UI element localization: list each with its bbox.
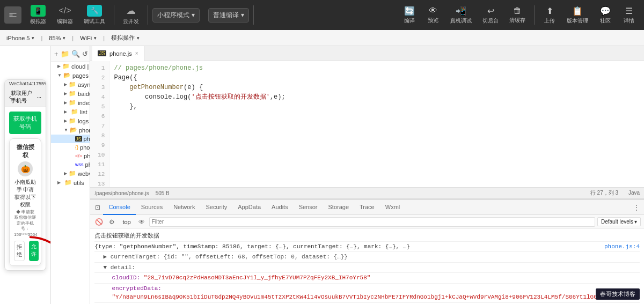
simulator-btn[interactable]: 📱 模拟器 — [26, 3, 50, 27]
tab-storage[interactable]: Storage — [323, 200, 355, 215]
bar-sep-2: | — [72, 35, 74, 41]
js-file-icon: JS — [75, 136, 82, 142]
clear-btn[interactable]: 🗑 清缓存 — [505, 4, 530, 26]
tree-item-cloud[interactable]: ▶ 📁 cloud | test — [51, 62, 90, 71]
tree-item-phone-js[interactable]: ▶ JS phone.js — [51, 135, 90, 143]
devtools-toggle-btn[interactable]: ⊡ — [92, 202, 103, 213]
tree-item-async[interactable]: ▶ 📁 async — [51, 80, 90, 89]
device-selector[interactable]: iPhone 5 ▾ — [4, 35, 36, 41]
console-settings-btn[interactable]: ⚙ — [106, 217, 117, 227]
async-arrow-icon: ▶ — [64, 82, 67, 87]
tree-item-list[interactable]: ▶ 📁 list — [51, 107, 90, 116]
tab-js-icon: JS — [98, 50, 106, 56]
folder-open-icon-2: 📂 — [70, 127, 77, 134]
clear-console-btn[interactable]: 🚫 — [93, 217, 104, 227]
tree-item-phone-wxml[interactable]: ▶ </> phone.wxml — [51, 152, 90, 160]
detail-icon: ☰ — [625, 6, 633, 16]
community-btn[interactable]: 💬 社区 — [595, 4, 616, 27]
bar-sep-1: | — [41, 35, 42, 41]
compile-icon: 🔄 — [404, 6, 415, 16]
code-editor[interactable]: // pages/phone/phone.js Page({ getPhoneN… — [109, 61, 644, 187]
tab-security[interactable]: Security — [201, 200, 233, 215]
tree-item-utils[interactable]: ▶ 📁 utils — [51, 178, 90, 187]
tree-item-phone[interactable]: ▼ 📂 phone — [51, 125, 90, 135]
preview-btn[interactable]: 👁 预览 — [422, 4, 444, 26]
avatar: 🎃 — [18, 161, 33, 176]
status-wechat: WeChat — [9, 81, 26, 86]
editor-btn[interactable]: </> 编辑器 — [53, 3, 77, 27]
tree-item-phone-json[interactable]: ▶ {} phone.json — [51, 143, 90, 152]
folder-icon-7: 📁 — [69, 170, 76, 177]
console-line-6: encryptedData: "Y/n8aFUn9Ln6sIBaq9OK51bI… — [94, 284, 640, 303]
tab-trace[interactable]: Trace — [354, 200, 380, 215]
line-numbers: 1 2 3 4 5 6 7 8 9 10 11 12 13 14 15 16 — [90, 61, 109, 187]
right-panel: JS phone.js × 1 2 3 4 5 6 7 8 9 10 11 12… — [90, 46, 644, 304]
tree-item-baiduapi[interactable]: ▶ 📁 baiduApi — [51, 89, 90, 98]
new-file-btn[interactable]: + — [54, 48, 58, 59]
phone-body: 获取手机号码 微信授权 🎃 小南瓜助手 申请获得以下权限 ◆ 申请获取您微信绑定… — [5, 107, 46, 270]
console-line-3: ▶ currentTarget: {id: "", offsetLeft: 68… — [94, 252, 640, 263]
tree-item-phone-wxss[interactable]: ▶ wss phone.wxss — [51, 160, 90, 169]
tab-network[interactable]: Network — [168, 200, 200, 215]
filter-input[interactable] — [149, 217, 595, 227]
tab-close-btn[interactable]: × — [135, 50, 138, 56]
tab-audits[interactable]: Audits — [266, 200, 294, 215]
new-folder-btn[interactable]: 📁 — [61, 48, 69, 59]
allow-button[interactable]: 允许 — [29, 241, 39, 261]
devtools-toolbar: 🚫 ⚙ top 👁 Default levels ▾ — [90, 215, 644, 229]
second-bar: iPhone 5 ▾ | 85% ▾ | WiFi ▾ | 模拟操作 ▾ — [0, 30, 644, 46]
get-phone-button[interactable]: 获取手机号码 — [9, 112, 41, 134]
bar-sep-3: | — [103, 35, 105, 41]
language-mode: Java — [628, 190, 640, 196]
file-path: /pages/phone/phone.js — [94, 190, 149, 196]
wxss-file-icon: wss — [75, 162, 84, 167]
folder-open-icon: 📂 — [63, 72, 71, 79]
tree-item-index[interactable]: ▶ 📁 index — [51, 98, 90, 107]
eye-btn[interactable]: 👁 — [136, 217, 147, 227]
devtools-btn[interactable]: 🔧 调试工具 — [79, 3, 109, 27]
devtools-more-btn[interactable]: ⋮ — [631, 202, 642, 213]
simulator-panel: WeChat 14:17 55% ‹ 获取用户手机号 ··· 获取手机号码 微信… — [0, 46, 51, 304]
index-arrow-icon: ▶ — [64, 100, 67, 105]
folder-icon-3: 📁 — [69, 90, 76, 97]
source-link[interactable]: phone.js:4 — [604, 242, 640, 251]
real-debug-btn[interactable]: 📲 真机调试 — [446, 4, 476, 27]
compile-dropdown[interactable]: 普通编译 ▾ — [208, 8, 249, 23]
tab-console[interactable]: Console — [103, 200, 135, 215]
devtools-icon: 🔧 — [87, 5, 102, 17]
search-files-btn[interactable]: 🔍 — [71, 48, 80, 59]
levels-dropdown[interactable]: Default levels ▾ — [597, 217, 641, 226]
reject-button[interactable]: 拒绝 — [14, 241, 25, 261]
tab-sources[interactable]: Sources — [136, 200, 168, 215]
tab-sensor[interactable]: Sensor — [294, 200, 323, 215]
auth-desc: ◆ 申请获取您微信绑定的手机号：156****3564 — [14, 210, 36, 238]
mode-dropdown[interactable]: 小程序模式 ▾ — [152, 8, 200, 23]
file-panel: + 📁 🔍 ↺ ⊟ ▶ 📁 cloud | test ▼ 📂 pages ▶ 📁… — [51, 46, 90, 304]
tab-wxml[interactable]: Wxml — [380, 200, 406, 215]
separator-4 — [534, 5, 535, 25]
tree-item-webview[interactable]: ▶ 📁 webview — [51, 169, 90, 178]
version-btn[interactable]: 📋 版本管理 — [562, 4, 592, 27]
wifi-selector[interactable]: WiFi ▾ — [78, 35, 99, 41]
code-line-4: console.log('点击按钮获取的开发数据',e); — [114, 92, 640, 102]
upload-icon: ⬆ — [546, 6, 553, 16]
tab-appdata[interactable]: AppData — [232, 200, 266, 215]
backend-btn[interactable]: ↩ 切后台 — [478, 4, 503, 27]
cloud-btn[interactable]: ☁ 云开发 — [119, 3, 143, 27]
file-toolbar: + 📁 🔍 ↺ ⊟ — [51, 46, 90, 62]
toolbar-right: 🔄 编译 👁 预览 📲 真机调试 ↩ 切后台 🗑 清缓存 ⬆ 上传 📋 版本管理 — [399, 4, 640, 27]
logs-arrow-icon: ▶ — [64, 118, 67, 123]
simulate-op-btn[interactable]: 模拟操作 ▾ — [109, 34, 142, 42]
zoom-selector[interactable]: 85% ▾ — [47, 35, 68, 41]
devtools-tabs: ⊡ Console Sources Network Security AppDa… — [90, 200, 644, 215]
compile-btn[interactable]: 🔄 编译 — [399, 4, 420, 27]
upload-btn[interactable]: ⬆ 上传 — [539, 4, 560, 27]
tree-item-pages[interactable]: ▼ 📂 pages — [51, 71, 90, 80]
status-bar: /pages/phone/phone.js 505 B 行 27，列 3 Jav… — [90, 187, 644, 199]
tree-item-logs[interactable]: ▶ 📁 logs — [51, 116, 90, 125]
detail-btn[interactable]: ☰ 详情 — [618, 4, 640, 27]
separator-1 — [114, 5, 114, 25]
pages-arrow-icon: ▼ — [57, 73, 62, 78]
refresh-files-btn[interactable]: ↺ — [82, 48, 88, 59]
tab-phone-js[interactable]: JS phone.js × — [92, 46, 144, 61]
